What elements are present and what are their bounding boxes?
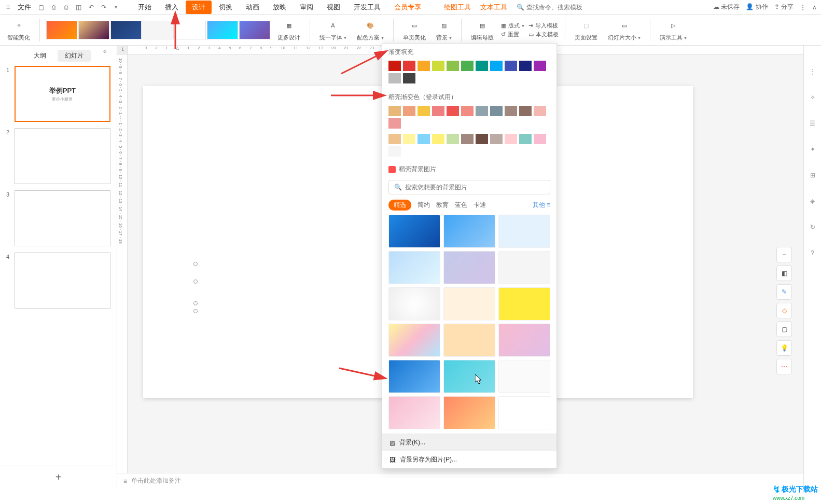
color-swatch[interactable] (432, 106, 444, 116)
color-swatch[interactable] (490, 106, 503, 116)
hamburger-icon[interactable]: ≡ (4, 2, 12, 12)
bg-thumb[interactable] (498, 287, 550, 320)
help-panel-icon[interactable]: ? (808, 248, 818, 258)
collab-button[interactable]: 👤 协作 (746, 3, 768, 11)
color-swatch[interactable] (418, 134, 430, 144)
layout-button[interactable]: ▦ 版式 ▾ (501, 22, 524, 30)
bg-thumb[interactable] (443, 287, 495, 320)
bg-thumb[interactable] (388, 360, 440, 393)
frame-button[interactable]: ▢ (776, 321, 792, 337)
slide-thumb-4[interactable]: 4 (6, 253, 110, 309)
tab-transition[interactable]: 切换 (213, 1, 239, 14)
color-swatch[interactable] (534, 134, 546, 144)
unify-font-button[interactable]: A 统一字体 ▾ (316, 17, 350, 43)
color-swatch[interactable] (476, 106, 488, 116)
bg-thumb[interactable] (498, 324, 550, 357)
outline-tab[interactable]: 大纲 (26, 50, 53, 62)
tab-view[interactable]: 视图 (321, 1, 346, 14)
color-swatch[interactable] (432, 134, 444, 144)
layers-button[interactable]: ◧ (776, 265, 792, 281)
theme-thumb-7[interactable] (239, 21, 270, 39)
color-swatch[interactable] (505, 106, 517, 116)
color-swatch[interactable] (490, 61, 503, 71)
tool-tab-text[interactable]: 文本工具 (480, 3, 507, 12)
share-button[interactable]: ⇪ 分享 (774, 3, 794, 11)
bg-thumb[interactable] (443, 215, 495, 248)
bg-thumb[interactable] (388, 215, 440, 248)
animation-panel-icon[interactable]: ✦ (808, 144, 818, 155)
edit-master-button[interactable]: ▤ 编辑母版 (468, 17, 497, 43)
color-swatch[interactable] (519, 134, 532, 144)
zoom-out-button[interactable]: − (776, 247, 792, 262)
preview-icon[interactable]: ◫ (74, 2, 84, 12)
slides-tab[interactable]: 幻灯片 (58, 50, 91, 62)
color-swatch[interactable] (447, 106, 459, 116)
slide-thumb-3[interactable]: 3 (6, 190, 110, 246)
bg-thumb[interactable] (498, 360, 550, 393)
pen-button[interactable]: ✎ (776, 284, 792, 300)
color-swatch[interactable] (461, 134, 474, 144)
color-swatch[interactable] (418, 106, 430, 116)
color-swatch[interactable] (534, 106, 546, 116)
new-icon[interactable]: ▢ (36, 2, 47, 12)
select-panel-icon[interactable]: ☰ (808, 118, 818, 129)
color-swatch[interactable] (388, 73, 401, 83)
bg-thumb[interactable] (388, 396, 440, 429)
bg-thumb[interactable] (388, 287, 440, 320)
bg-thumb[interactable] (443, 251, 495, 284)
panel-collapse-icon[interactable]: « (103, 48, 112, 56)
resource-panel-icon[interactable]: ◈ (808, 196, 818, 206)
bg-thumb[interactable] (388, 251, 440, 284)
theme-thumb-3[interactable] (110, 21, 142, 39)
cat-featured[interactable]: 精选 (388, 200, 411, 211)
theme-thumb-4[interactable] (143, 21, 174, 39)
color-swatch[interactable] (403, 134, 415, 144)
idea-button[interactable]: 💡 (776, 340, 792, 356)
cat-cartoon[interactable]: 卡通 (474, 201, 486, 209)
color-swatch[interactable] (519, 61, 532, 71)
bg-search-input[interactable] (405, 184, 545, 191)
redo-icon[interactable]: ↷ (99, 2, 109, 12)
right-panel-toggle-icon[interactable]: ⋮ (808, 66, 818, 77)
qat-more-icon[interactable]: ▾ (111, 2, 121, 12)
page-setup-button[interactable]: ⬚ 页面设置 (572, 17, 601, 43)
bg-thumb[interactable] (443, 396, 495, 429)
undo-icon[interactable]: ↶ (86, 2, 96, 12)
color-swatch[interactable] (403, 61, 415, 71)
present-tools-button[interactable]: ▷ 演示工具 ▾ (657, 17, 690, 43)
single-page-beautify-button[interactable]: ▭ 单页美化 (400, 17, 429, 43)
tab-start[interactable]: 开始 (132, 1, 158, 14)
import-template-button[interactable]: ⇥ 导入模板 (528, 22, 559, 30)
color-swatch[interactable] (403, 73, 415, 83)
cat-blue[interactable]: 蓝色 (455, 201, 467, 209)
new-slide-button[interactable]: + (0, 466, 117, 488)
color-swatch[interactable] (388, 106, 401, 116)
design-panel-icon[interactable]: ✧ (808, 92, 818, 103)
bg-thumb[interactable] (388, 324, 440, 357)
tab-slideshow[interactable]: 放映 (267, 1, 293, 14)
tab-design[interactable]: 设计 (186, 1, 212, 14)
color-swatch[interactable] (505, 134, 517, 144)
color-swatch[interactable] (476, 61, 488, 71)
reset-button[interactable]: ↺ 重置 (501, 31, 524, 38)
more-icon[interactable]: ⋮ (800, 4, 806, 11)
command-search-input[interactable] (526, 4, 589, 11)
file-menu[interactable]: 文件 (15, 2, 34, 13)
print-icon[interactable]: ⎙ (61, 2, 72, 12)
thesaurus-panel-icon[interactable]: ⊞ (808, 170, 818, 180)
background-button[interactable]: ▨ 背景 ▾ (433, 17, 455, 43)
shape-button[interactable]: ◇ (776, 303, 792, 318)
color-swatch[interactable] (403, 106, 415, 116)
color-swatch[interactable] (388, 134, 401, 144)
color-swatch[interactable] (534, 61, 546, 71)
bg-thumb[interactable] (443, 324, 495, 357)
color-swatch[interactable] (461, 61, 474, 71)
color-swatch[interactable] (447, 134, 459, 144)
color-scheme-button[interactable]: 🎨 配色方案 ▾ (354, 17, 387, 43)
slide-size-button[interactable]: ▭ 幻灯片大小 ▾ (605, 17, 644, 43)
bg-thumb[interactable] (498, 251, 550, 284)
color-swatch[interactable] (388, 146, 401, 157)
cat-edu[interactable]: 教育 (436, 201, 449, 209)
more-design-button[interactable]: ▦ 更多设计 (274, 17, 303, 43)
tab-review[interactable]: 审阅 (294, 1, 319, 14)
